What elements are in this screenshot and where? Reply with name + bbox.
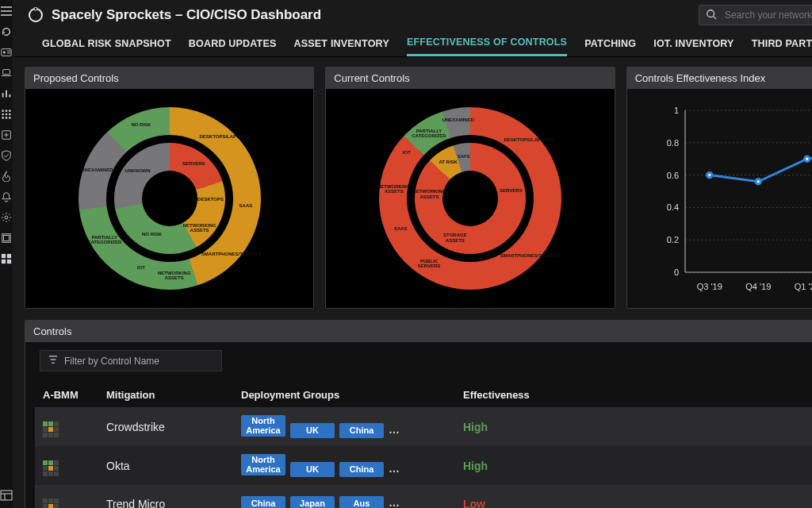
svg-point-13 [5,216,8,219]
col-deploy[interactable]: Deployment Groups [233,383,455,407]
svg-point-22 [34,7,37,10]
brand-logo-icon [28,7,44,23]
table-row[interactable]: OktaNorthAmericaUKChina…High$ 17.00 M [35,446,812,485]
tab-asset-inventory[interactable]: ASSET INVENTORY [294,35,389,56]
grid-icon[interactable] [0,108,13,121]
laptop-icon[interactable] [0,67,13,79]
id-card-icon[interactable] [0,46,13,59]
tab-effectiveness-of-controls[interactable]: EFFECTIVENESS OF CONTROLS [407,33,567,56]
deployment-pill[interactable]: UK [290,423,335,439]
filter-placeholder: Filter by Control Name [64,356,159,367]
controls-table: A-BMM Mitigation Deployment Groups Effec… [35,383,812,508]
svg-text:0.4: 0.4 [667,202,679,212]
svg-rect-20 [1,491,12,500]
svg-point-10 [6,117,8,119]
deployment-cell: ChinaJapanAus… [233,485,455,508]
panel-title: Proposed Controls [25,67,313,89]
filter-icon [48,355,58,367]
effectiveness-line-chart: 00.20.40.60.81Q3 '19Q4 '19Q1 '20Q2 '20 [652,99,812,298]
effectiveness-cell: Low [455,485,590,508]
col-risk-impact[interactable]: Risk Impact ↓ [590,383,812,407]
deployment-pill[interactable]: NorthAmerica [241,415,285,437]
more-icon[interactable]: … [389,462,400,475]
mitigation-cell: Trend Micro [98,485,233,508]
svg-point-1 [3,52,6,54]
tab-third-party-risk[interactable]: THIRD PARTY RISK [752,35,812,56]
current-donut-chart: DESKTOPS/LAPTOPSSMARTPHONES/TABLETSPUBLI… [359,95,581,302]
col-mitigation[interactable]: Mitigation [98,383,233,407]
panel-proposed-controls: Proposed Controls DESKTOPS/LAPTOPSSAASSM… [25,67,314,309]
dashboard-icon[interactable] [0,252,13,265]
gear-icon[interactable] [0,211,13,224]
svg-point-6 [2,114,4,116]
svg-text:0.6: 0.6 [667,171,679,180]
svg-point-8 [9,114,11,116]
tab-global-risk-snapshot[interactable]: GLOBAL RISK SNAPSHOT [42,35,171,56]
plus-box-icon[interactable] [0,129,13,141]
svg-point-9 [2,117,4,119]
svg-rect-19 [7,260,11,264]
deployment-pill[interactable]: China [339,423,384,439]
svg-rect-18 [2,260,6,264]
table-row[interactable]: Trend MicroChinaJapanAus…Low$ 0.00 M [35,485,812,508]
svg-rect-15 [4,236,10,241]
svg-text:Q3 '19: Q3 '19 [697,282,722,291]
tab-patching[interactable]: PATCHING [584,35,636,56]
table-row[interactable]: CrowdstrikeNorthAmericaUKChina…High$ 25.… [35,407,812,446]
proposed-donut-chart: DESKTOPS/LAPTOPSSAASSMARTPHONES/TABLETSN… [59,95,281,302]
menu-icon[interactable] [0,5,13,17]
left-rail [0,0,13,508]
flame-icon[interactable] [0,170,13,183]
mitigation-cell: Crowdstrike [98,407,233,446]
mitigation-cell: Okta [98,446,233,485]
panel-title: Controls [25,321,812,342]
bar-chart-icon[interactable] [0,87,13,100]
abmm-grid-icon [43,421,59,437]
deployment-pill[interactable]: NorthAmerica [241,454,285,475]
svg-point-23 [707,10,714,17]
filter-box[interactable]: Filter by Control Name [40,350,222,371]
tab-strip: GLOBAL RISK SNAPSHOTBOARD UPDATESASSET I… [13,29,812,57]
svg-point-5 [9,110,11,112]
risk-impact-cell: $ 25.00 M [590,407,812,446]
more-icon[interactable]: … [389,496,400,508]
svg-rect-0 [2,49,11,56]
deployment-pill[interactable]: China [339,462,384,478]
deployment-pill[interactable]: Aus [339,496,384,508]
svg-rect-16 [2,254,6,258]
svg-point-4 [6,110,8,112]
abmm-grid-icon [43,460,59,476]
svg-rect-17 [7,254,11,258]
deployment-pill[interactable]: UK [290,462,335,478]
layout-icon[interactable] [0,489,13,502]
effectiveness-cell: High [455,407,590,446]
risk-impact-cell: $ 17.00 M [590,446,812,485]
bell-icon[interactable] [0,190,13,203]
svg-text:0: 0 [674,267,679,277]
search-input[interactable] [723,9,812,21]
svg-text:0.2: 0.2 [667,235,679,244]
search-box[interactable] [699,5,812,25]
svg-point-7 [6,114,8,116]
col-abmm[interactable]: A-BMM [35,383,98,407]
effectiveness-cell: High [455,446,590,485]
svg-text:1: 1 [674,106,679,115]
svg-text:0.8: 0.8 [667,138,679,148]
svg-point-39 [756,179,760,184]
deployment-pill[interactable]: China [241,496,285,508]
panel-title: Controls Effectiveness Index [627,67,812,89]
deployment-cell: NorthAmericaUKChina… [233,446,455,485]
abmm-grid-icon [43,498,59,508]
panel-title: Current Controls [326,67,614,89]
shield-icon[interactable] [0,149,13,162]
more-icon[interactable]: … [389,423,400,436]
deployment-pill[interactable]: Japan [290,496,335,508]
svg-point-3 [2,110,4,112]
tab-iot-inventory[interactable]: IOT. INVENTORY [653,35,733,56]
window-icon[interactable] [0,232,13,244]
tab-board-updates[interactable]: BOARD UPDATES [189,35,277,56]
svg-rect-2 [3,70,10,75]
refresh-icon[interactable] [0,25,13,38]
panel-controls-table: Controls Filter by Control Name A-BMM Mi… [25,320,812,508]
col-effectiveness[interactable]: Effectiveness [455,383,590,407]
